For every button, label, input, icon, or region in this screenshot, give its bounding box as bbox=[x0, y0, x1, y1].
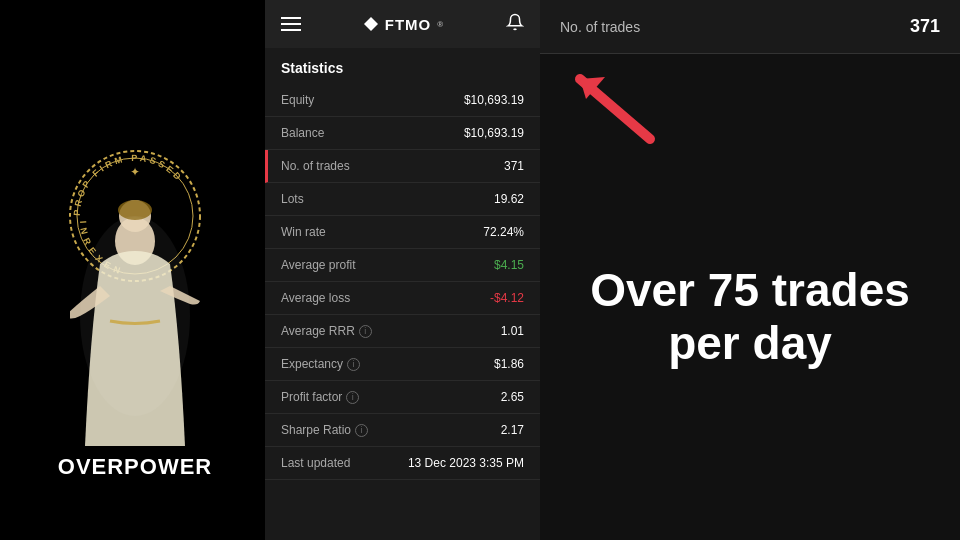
stat-label: Profit factori bbox=[281, 390, 359, 404]
stat-value: 371 bbox=[504, 159, 524, 173]
stat-value: $1.86 bbox=[494, 357, 524, 371]
stat-label: Average RRRi bbox=[281, 324, 372, 338]
stat-value: 19.62 bbox=[494, 192, 524, 206]
stat-label: Win rate bbox=[281, 225, 326, 239]
main-text: Over 75 trades per day bbox=[590, 264, 910, 370]
stat-value: 13 Dec 2023 3:35 PM bbox=[408, 456, 524, 470]
stat-row: Average RRRi1.01 bbox=[265, 315, 540, 348]
top-bar-label: No. of trades bbox=[560, 19, 640, 35]
info-icon[interactable]: i bbox=[346, 391, 359, 404]
svg-marker-11 bbox=[364, 17, 378, 31]
stat-label: Lots bbox=[281, 192, 304, 206]
right-content: Over 75 trades per day bbox=[540, 54, 960, 540]
left-section: PROP FIRM PASSED INREXEN PROP FIRM PASSE… bbox=[0, 0, 270, 540]
stat-value: -$4.12 bbox=[490, 291, 524, 305]
stat-row: Average loss-$4.12 bbox=[265, 282, 540, 315]
stat-label: Expectancyi bbox=[281, 357, 360, 371]
stat-value: $10,693.19 bbox=[464, 126, 524, 140]
notification-bell-icon[interactable] bbox=[506, 13, 524, 36]
stat-label: Average profit bbox=[281, 258, 356, 272]
stat-value: 72.24% bbox=[483, 225, 524, 239]
stat-row: Average profit$4.15 bbox=[265, 249, 540, 282]
svg-point-10 bbox=[80, 216, 190, 416]
info-icon[interactable]: i bbox=[355, 424, 368, 437]
ftmo-diamond-icon bbox=[363, 16, 379, 32]
stat-label: Average loss bbox=[281, 291, 350, 305]
stat-row: Equity$10,693.19 bbox=[265, 84, 540, 117]
right-section: No. of trades 371 Over 75 trades per day bbox=[540, 0, 960, 540]
stat-value: $10,693.19 bbox=[464, 93, 524, 107]
stat-row: Win rate72.24% bbox=[265, 216, 540, 249]
stat-value: 2.17 bbox=[501, 423, 524, 437]
stat-label: Equity bbox=[281, 93, 314, 107]
red-arrow-icon bbox=[550, 59, 680, 149]
stats-container: Equity$10,693.19Balance$10,693.19No. of … bbox=[265, 84, 540, 480]
panel-content: Statistics Equity$10,693.19Balance$10,69… bbox=[265, 48, 540, 540]
stat-label: Balance bbox=[281, 126, 324, 140]
svg-text:✦: ✦ bbox=[130, 165, 140, 179]
stat-row: Lots19.62 bbox=[265, 183, 540, 216]
info-icon[interactable]: i bbox=[359, 325, 372, 338]
stat-value: 1.01 bbox=[501, 324, 524, 338]
stat-value: 2.65 bbox=[501, 390, 524, 404]
badge-container: PROP FIRM PASSED INREXEN PROP FIRM PASSE… bbox=[45, 126, 225, 480]
stat-row: Last updated13 Dec 2023 3:35 PM bbox=[265, 447, 540, 480]
hamburger-menu[interactable] bbox=[281, 17, 301, 31]
stat-label: No. of trades bbox=[281, 159, 350, 173]
stat-row: Profit factori2.65 bbox=[265, 381, 540, 414]
stat-value: $4.15 bbox=[494, 258, 524, 272]
stat-label: Sharpe Ratioi bbox=[281, 423, 368, 437]
section-title: Statistics bbox=[265, 48, 540, 84]
stat-row: Sharpe Ratioi2.17 bbox=[265, 414, 540, 447]
top-bar: No. of trades 371 bbox=[540, 0, 960, 54]
stat-row: Balance$10,693.19 bbox=[265, 117, 540, 150]
ftmo-logo: FTMO ® bbox=[363, 16, 444, 33]
top-bar-value: 371 bbox=[910, 16, 940, 37]
stat-label: Last updated bbox=[281, 456, 350, 470]
stat-row: No. of trades371 bbox=[265, 150, 540, 183]
panel-header: FTMO ® bbox=[265, 0, 540, 48]
stat-row: Expectancyi$1.86 bbox=[265, 348, 540, 381]
mobile-panel: FTMO ® Statistics Equity$10,693.19Balanc… bbox=[265, 0, 540, 540]
brand-name: OVERPOWER bbox=[45, 454, 225, 480]
info-icon[interactable]: i bbox=[347, 358, 360, 371]
